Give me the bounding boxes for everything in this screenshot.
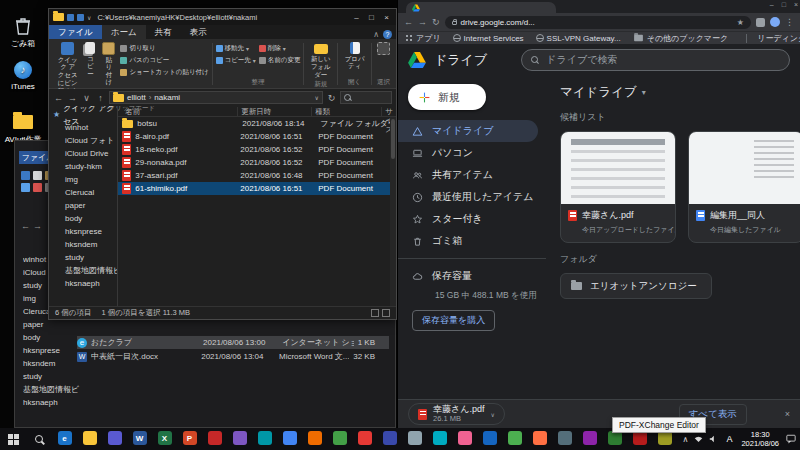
tree-item[interactable]: hksndem	[49, 238, 117, 251]
breadcrumb-current[interactable]: nakami	[154, 93, 180, 102]
start-button[interactable]	[0, 428, 26, 450]
close-shelf-icon[interactable]: ×	[785, 409, 790, 419]
file-row[interactable]: 8-airo.pdf 2021/08/06 16:51 PDF Document	[118, 130, 396, 143]
thumbnail-view-icon[interactable]	[382, 309, 390, 317]
refresh-button[interactable]: ↻	[326, 93, 337, 103]
back-button[interactable]: ←	[53, 93, 64, 103]
bookmark-apps[interactable]: アプリ	[406, 33, 441, 44]
sidebar-item-shared[interactable]: 共有アイテム	[398, 164, 538, 186]
tree-item[interactable]: iCloud Drive	[49, 147, 117, 160]
tree-item[interactable]: body	[49, 212, 117, 225]
taskbar-app-app-blue[interactable]	[477, 428, 502, 450]
maximize-button[interactable]: □	[364, 13, 379, 22]
taskbar-app-app-cyan[interactable]	[427, 428, 452, 450]
tab-file[interactable]: ファイル	[49, 25, 102, 39]
tree-item[interactable]: 基盤地図情報ビ	[49, 264, 117, 277]
other-bookmarks[interactable]: その他のブックマーク	[633, 33, 729, 44]
file-card[interactable]: 編集用__同人 今日編集したファイル	[688, 131, 800, 243]
delete-icon[interactable]	[33, 183, 42, 192]
scrollbar[interactable]	[390, 117, 396, 306]
tree-item[interactable]: 基盤地図情報ビ	[23, 383, 113, 396]
tree-item[interactable]: study-hkm	[49, 160, 117, 173]
file-row[interactable]: e おたクラブ 2021/08/06 13:00 インターネット ショート...…	[77, 336, 389, 349]
paste-shortcut-button[interactable]: ショートカットの貼り付け	[120, 67, 208, 77]
taskbar-app-powerpoint[interactable]: P	[177, 428, 202, 450]
tree-item[interactable]: paper	[49, 199, 117, 212]
sidebar-item-my-drive[interactable]: マイドライブ	[398, 120, 538, 142]
desktop-icon-recycle-bin[interactable]: ごみ箱	[0, 16, 46, 49]
chevron-down-icon[interactable]: ∨	[87, 14, 91, 21]
forward-button[interactable]: →	[418, 17, 427, 27]
cut-button[interactable]: 切り取り	[120, 43, 208, 53]
ime-indicator[interactable]: A	[723, 434, 735, 444]
page-title[interactable]: マイドライブ ▾	[560, 84, 788, 101]
tree-item[interactable]: hksnaeph	[49, 277, 117, 290]
search-input[interactable]	[340, 91, 392, 104]
file-row[interactable]: 18-neko.pdf 2021/08/06 16:52 PDF Documen…	[118, 143, 396, 156]
taskbar-app-app-green[interactable]	[327, 428, 352, 450]
taskbar-app-app-red[interactable]	[202, 428, 227, 450]
close-button[interactable]: ×	[794, 1, 798, 8]
chevron-down-icon[interactable]: ∨	[490, 411, 494, 418]
new-button[interactable]: 新規	[408, 84, 486, 110]
rename-button[interactable]: 名前の変更	[259, 55, 301, 65]
new-folder-button[interactable]: 新しい フォルダー	[307, 41, 334, 79]
collapse-rib-icon[interactable]: ∧	[373, 30, 379, 39]
volume-icon[interactable]	[709, 435, 717, 443]
tree-item[interactable]: study	[49, 251, 117, 264]
taskbar-app-excel[interactable]: X	[152, 428, 177, 450]
sidebar-item-starred[interactable]: スター付き	[398, 208, 538, 230]
tree-item[interactable]: iCloud フォト	[49, 134, 117, 147]
sidebar-item-trash[interactable]: ゴミ箱	[398, 230, 538, 252]
column-type[interactable]: 種類	[312, 107, 382, 116]
column-date[interactable]: 更新日時	[238, 107, 312, 116]
pin-icon[interactable]	[21, 171, 30, 180]
profile-avatar[interactable]	[770, 17, 780, 27]
nav-arrows[interactable]: ←→	[21, 221, 45, 231]
taskbar-app-app-violet[interactable]	[577, 428, 602, 450]
qat-icon[interactable]	[77, 14, 84, 21]
file-row[interactable]: botsu 2021/08/06 18:14 ファイル フォルダー	[118, 117, 396, 130]
tree-item[interactable]: Clerucal	[49, 186, 117, 199]
action-center-icon[interactable]	[785, 434, 797, 444]
sidebar-item-storage[interactable]: 保存容量	[398, 265, 538, 287]
drive-search-input[interactable]: ドライブで検索	[521, 49, 790, 71]
minimize-button[interactable]: –	[770, 1, 774, 8]
copy-to-button[interactable]: コピー先▾	[216, 55, 256, 65]
tree-item[interactable]: hksnprese	[49, 225, 117, 238]
hidden-icons-chevron[interactable]: ∧	[683, 435, 689, 444]
sidebar-item-recent[interactable]: 最近使用したアイテム	[398, 186, 538, 208]
bookmark-item[interactable]: Internet Services	[453, 34, 524, 43]
file-row[interactable]: 29-nonaka.pdf 2021/08/06 16:52 PDF Docum…	[118, 156, 396, 169]
properties-button[interactable]: プロパティ	[341, 41, 368, 77]
back-button[interactable]: ←	[404, 17, 413, 27]
copy-icon[interactable]	[33, 171, 42, 180]
sidebar-item-computers[interactable]: パソコン	[398, 142, 538, 164]
file-row[interactable]: 37-asari.pdf 2021/08/06 16:48 PDF Docume…	[118, 169, 396, 182]
taskbar-search-button[interactable]	[26, 428, 52, 450]
tree-item[interactable]: hksnaeph	[23, 396, 113, 409]
bookmark-item[interactable]: SSL-VPN Gateway...	[536, 34, 621, 43]
buy-storage-button[interactable]: 保存容量を購入	[412, 310, 495, 331]
maximize-button[interactable]: □	[782, 1, 786, 8]
refresh-button[interactable]: ↻	[432, 17, 440, 27]
taskbar-app-app-purple[interactable]	[227, 428, 252, 450]
file-card[interactable]: 幸藤さん.pdf 今日アップロードしたファイル	[560, 131, 676, 243]
folder-tile[interactable]: エリオットアンソロジー	[560, 273, 712, 299]
tab-share[interactable]: 共有	[146, 25, 181, 39]
up-button[interactable]: ↑	[95, 93, 106, 103]
move-icon[interactable]	[21, 183, 30, 192]
file-row-selected[interactable]: 61-shimiko.pdf 2021/08/06 16:51 PDF Docu…	[118, 182, 396, 195]
breadcrumb-root[interactable]: elliott	[127, 93, 146, 102]
taskbar-app-app-scarlet[interactable]	[352, 428, 377, 450]
file-row[interactable]: W 中表紙一目次.docx 2021/08/06 13:04 Microsoft…	[77, 350, 389, 363]
bookmark-star-icon[interactable]: ★	[737, 18, 744, 27]
taskbar-app-app-navy[interactable]	[377, 428, 402, 450]
taskbar-app-chrome[interactable]	[277, 428, 302, 450]
browser-tab[interactable]	[406, 2, 556, 13]
taskbar-app-app-amber[interactable]	[527, 428, 552, 450]
taskbar-app-edge[interactable]: e	[52, 428, 77, 450]
tab-view[interactable]: 表示	[181, 25, 216, 39]
taskbar-app-app-teal[interactable]	[252, 428, 277, 450]
address-omnibox[interactable]: drive.google.com/d... ★	[445, 16, 751, 29]
